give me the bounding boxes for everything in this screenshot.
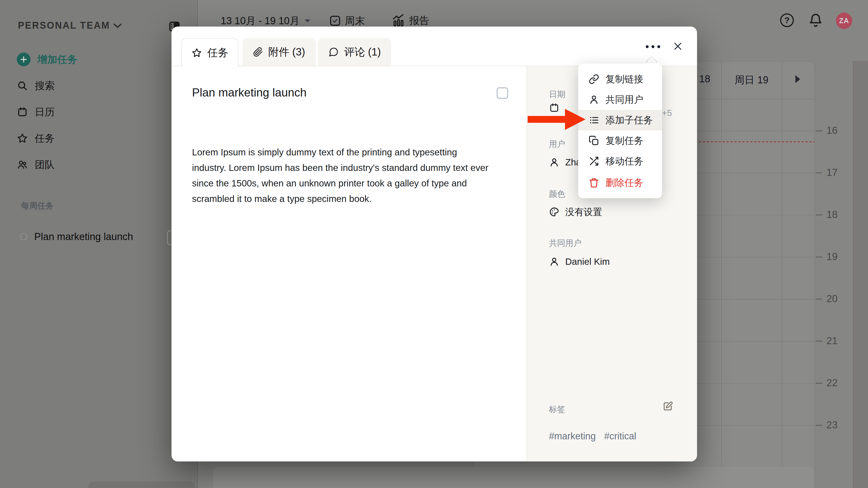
next-week-card-edge [213, 467, 814, 488]
date-label: 日期 [549, 89, 565, 100]
report-label: 报告 [409, 14, 429, 27]
comment-bubble-icon [328, 47, 339, 57]
next-week-arrow[interactable] [794, 74, 802, 84]
task-options-menu: 复制链接 共同用户 添加子任务 复制任务 [578, 64, 662, 198]
user-icon [549, 256, 559, 267]
close-button[interactable] [670, 38, 686, 54]
weekend-toggle[interactable]: 周末 [330, 15, 365, 27]
avatar-initials: ZA [839, 17, 849, 25]
user-icon [589, 94, 599, 105]
dropdown-caret-icon [304, 19, 311, 23]
add-task-label: 增加任务 [37, 53, 77, 66]
sidebar-item-label: 任务 [35, 132, 55, 145]
menu-item-label: 复制链接 [606, 73, 643, 86]
weekly-tasks-section-label: 每周任务 [21, 200, 54, 212]
sidebar-item-team[interactable]: 团队 [17, 156, 127, 173]
tags-label: 标签 [549, 404, 565, 415]
shuffle-icon [589, 156, 599, 166]
tag[interactable]: #critical [604, 431, 636, 442]
edit-tags-icon[interactable] [662, 401, 673, 412]
tab-comments[interactable]: 评论 (1) [318, 38, 391, 66]
more-options-button[interactable] [639, 38, 667, 55]
add-task-button[interactable]: 增加任务 [17, 52, 77, 67]
checked-checkbox-icon [330, 16, 340, 26]
sidebar-item-search[interactable]: 搜索 [17, 77, 127, 94]
annotation-arrow-icon [526, 107, 587, 131]
calendar-column-divider [721, 61, 722, 488]
sidebar-item-label: 日历 [35, 105, 55, 119]
collaborator-row[interactable]: Daniel Kim [549, 254, 610, 269]
sidebar-item-label: 团队 [35, 158, 55, 171]
tab-task[interactable]: 任务 [182, 38, 238, 67]
menu-item-duplicate-task[interactable]: 复制任务 [578, 130, 662, 151]
menu-item-label: 移动任务 [606, 155, 643, 168]
menu-item-collaborators[interactable]: 共同用户 [578, 89, 662, 110]
task-complete-checkbox[interactable] [497, 87, 508, 99]
collaborator-name: Daniel Kim [565, 256, 610, 267]
color-value: 没有设置 [565, 206, 602, 218]
search-icon [17, 80, 28, 91]
notifications-bell-icon[interactable] [808, 12, 823, 28]
star-icon [191, 47, 202, 58]
calendar-icon [17, 106, 28, 118]
user-icon [549, 157, 559, 167]
task-description-line[interactable]: Lorem Ipsum is simply dummy text of the … [192, 144, 523, 160]
task-description-line[interactable]: scrambled it to make a type specimen boo… [192, 191, 523, 206]
task-description-line[interactable]: since the 1500s, when an unknown printer… [192, 175, 523, 191]
menu-item-label: 复制任务 [606, 134, 643, 147]
trash-icon [589, 177, 599, 188]
date-range-label: 13 10月 - 19 10月 [221, 14, 300, 28]
sidebar-item-calendar[interactable]: 日历 [17, 104, 127, 121]
sidebar-item-label: 搜索 [35, 79, 55, 93]
question-icon: ? [784, 15, 789, 25]
menu-item-label: 删除任务 [606, 176, 643, 189]
color-row[interactable]: 没有设置 [549, 204, 602, 220]
tab-label: 附件 (3) [268, 45, 305, 59]
help-button[interactable]: ? [780, 13, 794, 27]
menu-caret-cover [644, 63, 659, 70]
more-dates-badge[interactable]: +5 [662, 108, 672, 118]
date-range-dropdown[interactable]: 13 10月 - 19 10月 [221, 15, 311, 27]
hour-label: 20 [827, 293, 847, 304]
menu-item-move-task[interactable]: 移动任务 [578, 151, 662, 171]
paperclip-icon [253, 46, 263, 58]
user-row[interactable]: Zha [549, 154, 581, 170]
hour-label: 22 [827, 377, 847, 389]
hour-label: 23 [827, 419, 847, 431]
tags-list[interactable]: #marketing #critical [549, 431, 636, 442]
menu-item-label: 添加子任务 [606, 114, 653, 127]
star-icon [17, 133, 28, 144]
hour-label: 21 [827, 335, 847, 347]
collaborators-label: 共同用户 [549, 238, 582, 249]
day-header-saturday: 18 [699, 73, 710, 85]
sidebar-item-tasks[interactable]: 任务 [17, 130, 127, 147]
weekend-label: 周末 [345, 14, 365, 28]
task-title: Plan marketing launch [34, 231, 133, 242]
right-gutter [853, 61, 868, 488]
tab-attachments[interactable]: 附件 (3) [243, 38, 316, 66]
report-button[interactable]: 报告 [392, 14, 429, 27]
menu-item-delete-task[interactable]: 删除任务 [578, 172, 662, 193]
tab-label: 任务 [207, 45, 228, 60]
avatar[interactable]: ZA [836, 12, 852, 29]
task-description-line[interactable]: industry. Lorem Ipsum has been the indus… [192, 160, 523, 175]
plus-icon [17, 53, 31, 66]
day-header-sunday: 周日 19 [721, 73, 782, 87]
calendar-column-divider [782, 61, 782, 488]
team-name-label: PERSONAL TEAM [18, 20, 110, 31]
color-label: 颜色 [549, 189, 565, 200]
palette-icon [549, 207, 559, 217]
hour-label: 17 [827, 167, 847, 178]
team-switcher[interactable]: PERSONAL TEAM [18, 20, 110, 31]
task-status-circle-icon[interactable] [20, 233, 27, 240]
hour-label: 18 [827, 209, 847, 220]
menu-item-copy-link[interactable]: 复制链接 [578, 69, 662, 89]
user-label: 用户 [549, 138, 565, 150]
chevron-down-icon[interactable] [113, 23, 122, 28]
task-title-field[interactable]: Plan marketing launch [192, 86, 306, 99]
close-icon [673, 42, 682, 51]
sidebar-task-item[interactable]: Plan marketing launch [17, 228, 164, 245]
tab-label: 评论 (1) [344, 45, 381, 59]
tag[interactable]: #marketing [549, 431, 596, 442]
menu-item-add-subtask[interactable]: 添加子任务 [578, 110, 662, 130]
